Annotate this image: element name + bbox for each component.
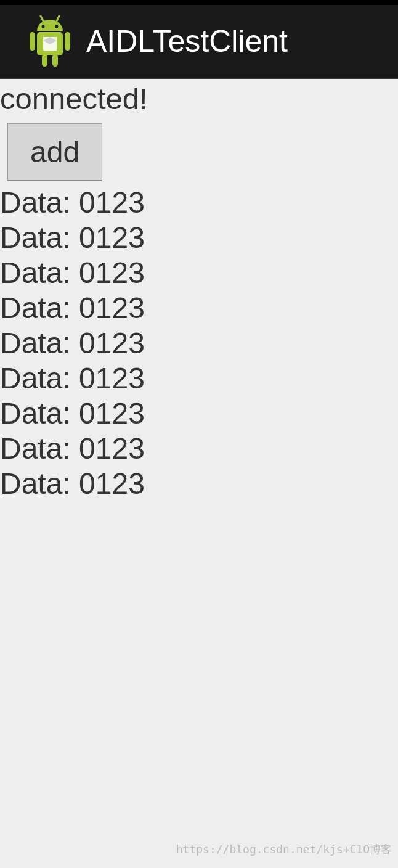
list-item: Data: 0123: [0, 290, 398, 326]
svg-rect-9: [52, 54, 58, 67]
list-item: Data: 0123: [0, 466, 398, 501]
list-item: Data: 0123: [0, 255, 398, 290]
watermark-text: https://blog.csdn.net/kjs+C1O博客: [176, 842, 392, 857]
list-item: Data: 0123: [0, 431, 398, 466]
content-area: connected! add Data: 0123 Data: 0123 Dat…: [0, 79, 398, 501]
svg-rect-8: [42, 54, 47, 67]
list-item: Data: 0123: [0, 185, 398, 220]
list-item: Data: 0123: [0, 396, 398, 431]
data-list: Data: 0123 Data: 0123 Data: 0123 Data: 0…: [0, 185, 398, 501]
svg-point-2: [42, 25, 45, 28]
action-bar: AIDLTestClient: [0, 5, 398, 79]
add-button[interactable]: add: [7, 123, 102, 181]
svg-rect-6: [30, 32, 35, 51]
app-title: AIDLTestClient: [86, 23, 288, 59]
app-icon: [26, 14, 74, 69]
list-item: Data: 0123: [0, 326, 398, 361]
list-item: Data: 0123: [0, 361, 398, 396]
list-item: Data: 0123: [0, 220, 398, 255]
status-text: connected!: [0, 79, 398, 116]
svg-rect-7: [65, 32, 70, 51]
svg-point-3: [55, 25, 59, 28]
status-bar: [0, 0, 398, 5]
